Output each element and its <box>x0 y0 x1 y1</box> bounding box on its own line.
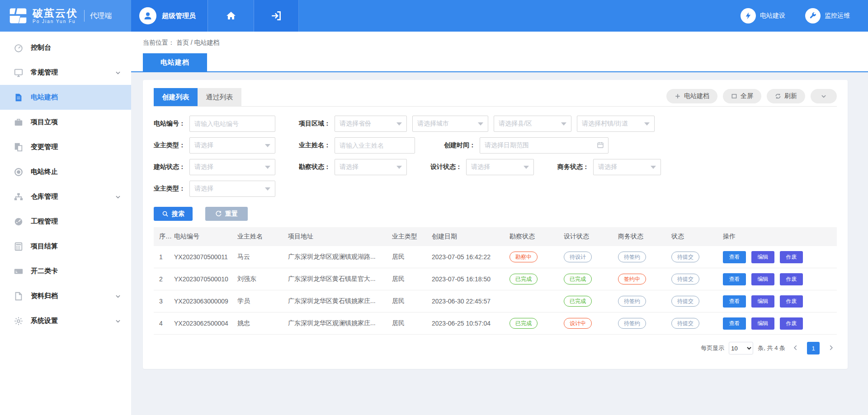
nav-label: 电站建设 <box>760 12 785 20</box>
void-button[interactable]: 作废 <box>780 273 803 285</box>
sidebar-item-station-terminate[interactable]: 电站终止 <box>0 159 131 184</box>
home-icon <box>226 10 236 21</box>
refresh-button[interactable]: 刷新 <box>767 89 805 103</box>
sidebar-item-engineering-mgmt[interactable]: 工程管理 <box>0 209 131 234</box>
nav-station-build[interactable]: 电站建设 <box>741 8 785 23</box>
void-button[interactable]: 作废 <box>780 295 803 308</box>
sidebar-item-project-settlement[interactable]: 项目结算 <box>0 234 131 259</box>
tab-passed-list[interactable]: 通过列表 <box>198 88 241 106</box>
filter-label: 创建时间： <box>444 141 476 149</box>
breadcrumb-home-link[interactable]: 首页 <box>176 39 189 46</box>
next-page-button[interactable] <box>825 344 837 352</box>
build-status-select[interactable]: 请选择 <box>189 159 275 175</box>
station-no-input[interactable] <box>189 116 275 132</box>
view-button[interactable]: 查看 <box>723 251 746 263</box>
status-badge: 待提交 <box>671 252 699 262</box>
business-status-badge: 签约中 <box>618 274 646 284</box>
chevron-down-icon <box>115 293 121 299</box>
status-badge: 待提交 <box>671 296 699 307</box>
business-status-select[interactable]: 请选择 <box>593 159 661 175</box>
filter-design-status: 设计状态： 请选择 <box>430 159 534 175</box>
sidebar-item-station-archive[interactable]: 电站建档 <box>0 85 131 110</box>
survey-status-badge: 勘察中 <box>509 252 538 262</box>
col-header: 创建日期 <box>432 233 509 241</box>
business-status-badge: 待签约 <box>618 252 646 262</box>
row-actions: 查看 编辑 作废 <box>723 251 837 263</box>
col-header: 业主类型 <box>392 233 432 241</box>
user-menu[interactable]: 超级管理员 <box>131 0 208 32</box>
sidebar-item-change-mgmt[interactable]: 变更管理 <box>0 135 131 159</box>
sidebar-item-open-card[interactable]: 开二类卡 <box>0 259 131 284</box>
edit-button[interactable]: 编辑 <box>751 317 774 330</box>
table-row: 4 YX2023062500004 姚忠 广东深圳龙华区观澜镇姚家庄... 居民… <box>154 312 837 335</box>
street-select[interactable]: 请选择村镇/街道 <box>577 116 655 132</box>
filter-row-1: 电站编号： 项目区域： 请选择省份 请选择城市 请选择县/区 请选择村镇/街道 <box>154 116 837 132</box>
sidebar-item-system-settings[interactable]: 系统设置 <box>0 308 131 333</box>
cell-station-no: YX2023062500004 <box>174 320 237 327</box>
search-button[interactable]: 搜索 <box>154 207 193 221</box>
total-count-label: 条, 共 4 条 <box>758 344 785 352</box>
home-button[interactable] <box>208 0 254 32</box>
survey-status-badge: 已完成 <box>509 318 538 329</box>
edit-button[interactable]: 编辑 <box>751 251 774 263</box>
sidebar-item-data-archive[interactable]: 资料归档 <box>0 284 131 308</box>
chevron-down-icon <box>115 194 121 200</box>
select-placeholder: 请选择 <box>471 163 490 171</box>
survey-status-select[interactable]: 请选择 <box>335 159 407 175</box>
owner-name-input[interactable] <box>335 137 415 154</box>
sidebar-item-project-approval[interactable]: 项目立项 <box>0 110 131 135</box>
sidebar-item-console[interactable]: 控制台 <box>0 35 131 60</box>
owner-type-2-select[interactable]: 请选择 <box>189 181 275 197</box>
sidebar-item-label: 项目结算 <box>31 242 121 251</box>
city-select[interactable]: 请选择城市 <box>412 116 488 132</box>
filter-create-time: 创建时间： 请选择日期范围 <box>444 137 609 154</box>
logout-button[interactable] <box>254 0 299 32</box>
province-select[interactable]: 请选择省份 <box>335 116 407 132</box>
select-placeholder: 请选择 <box>194 163 213 171</box>
station-archive-card: 创建列表 通过列表 电站建档 全屏 <box>143 80 848 369</box>
cell-owner-name: 学员 <box>237 297 288 305</box>
brand-divider <box>84 10 85 22</box>
briefcase-icon <box>14 117 24 127</box>
date-range-input[interactable]: 请选择日期范围 <box>480 137 609 154</box>
view-button[interactable]: 查看 <box>723 273 746 285</box>
reset-button[interactable]: 重置 <box>205 207 248 221</box>
owner-type-select[interactable]: 请选择 <box>189 137 275 154</box>
prev-page-button[interactable] <box>790 344 802 352</box>
collapse-toolbar-button[interactable] <box>811 89 837 103</box>
per-page-select[interactable]: 10 <box>729 342 753 354</box>
page-1-button[interactable]: 1 <box>807 342 820 354</box>
page-tab-station-archive[interactable]: 电站建档 <box>143 53 207 71</box>
filter-survey-status: 勘察状态： 请选择 <box>299 159 407 175</box>
design-status-badge: 已完成 <box>564 274 592 284</box>
brand-text: 破茧云伏 Po Jian Yun Fu <box>33 8 78 24</box>
fullscreen-icon <box>731 93 737 99</box>
edit-button[interactable]: 编辑 <box>751 295 774 308</box>
edit-button[interactable]: 编辑 <box>751 273 774 285</box>
select-placeholder: 请选择城市 <box>417 120 449 128</box>
district-select[interactable]: 请选择县/区 <box>494 116 571 132</box>
view-button[interactable]: 查看 <box>723 317 746 330</box>
nav-monitor-ops[interactable]: 监控运维 <box>805 8 850 23</box>
caret-down-icon <box>396 166 402 169</box>
sidebar-item-general-mgmt[interactable]: 常规管理 <box>0 60 131 85</box>
filter-owner-type-2: 业主类型： 请选择 <box>154 181 275 197</box>
list-tabs: 创建列表 通过列表 <box>154 88 241 106</box>
survey-status-badge: 已完成 <box>509 274 538 284</box>
toolbar-label: 电站建档 <box>684 92 709 100</box>
avatar <box>139 7 156 24</box>
create-station-button[interactable]: 电站建档 <box>666 89 717 103</box>
void-button[interactable]: 作废 <box>780 317 803 330</box>
tab-create-list[interactable]: 创建列表 <box>154 88 198 106</box>
input-placeholder: 请选择日期范围 <box>485 141 529 149</box>
design-status-select[interactable]: 请选择 <box>466 159 534 175</box>
chevron-down-icon <box>821 93 827 99</box>
view-button[interactable]: 查看 <box>723 295 746 308</box>
gauge-icon <box>14 43 24 53</box>
caret-down-icon <box>265 187 270 191</box>
void-button[interactable]: 作废 <box>780 251 803 263</box>
cell-created-at: 2023-06-25 10:57:04 <box>432 320 509 327</box>
filter-label: 设计状态： <box>430 163 462 171</box>
fullscreen-button[interactable]: 全屏 <box>723 89 761 103</box>
sidebar-item-warehouse-mgmt[interactable]: 仓库管理 <box>0 184 131 209</box>
